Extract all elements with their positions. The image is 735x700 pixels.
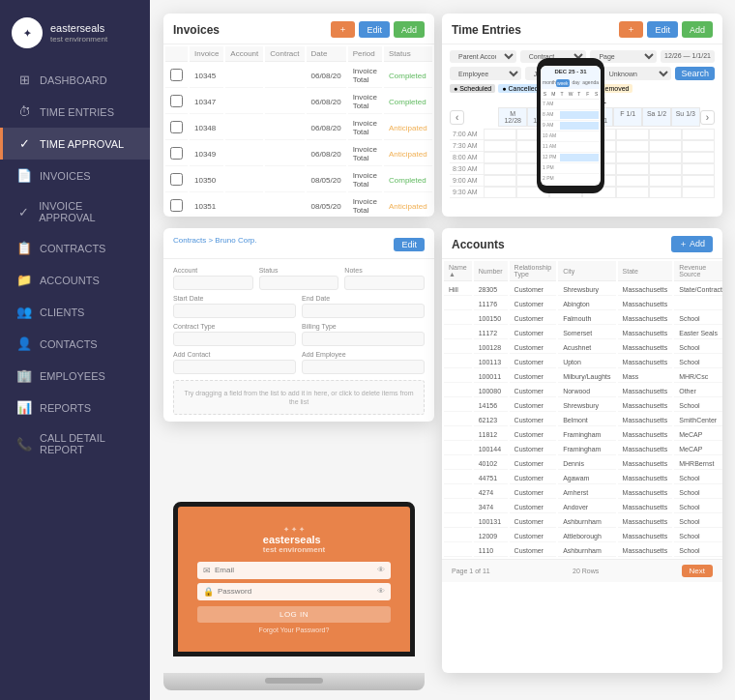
cell-fri-9[interactable] [616,175,649,187]
col-status: Status [384,46,432,62]
email-input[interactable] [215,566,373,574]
cell-m-930[interactable] [484,187,516,198]
sidebar-item-contracts[interactable]: 📋 CONTRACTS [0,232,150,264]
cell-mon-730[interactable] [484,140,516,152]
account-input[interactable] [173,276,253,290]
parent-account-filter[interactable]: Parent Account [450,50,516,63]
acc-name [444,370,472,383]
billing-type-input[interactable] [302,332,425,346]
contracts-icon: 📋 [16,241,32,255]
status-input[interactable] [259,276,339,290]
notes-label: Notes [344,267,425,274]
contracts-edit-button[interactable]: Edit [394,238,425,251]
cell-mon-7[interactable] [484,129,516,140]
phone-device: DEC 25 - 31 month week day agenda S M T … [537,58,604,193]
acc-type: Customer [510,370,557,383]
cell-mon-8[interactable] [484,152,516,163]
next-week-button[interactable]: › [700,110,715,125]
row-checkbox[interactable] [170,121,183,133]
time-search-button[interactable]: Search [675,67,715,80]
table-row: 10345 06/08/20 Invoice Total Completed s… [165,64,434,88]
sidebar-item-employees[interactable]: 🏢 EMPLOYEES [0,360,150,392]
account-row: 100131 Customer Ashburnham Massachusetts… [444,515,722,528]
cell-sat-730[interactable] [649,140,682,152]
row-checkbox[interactable] [170,199,183,212]
acc-revenue: School [674,544,722,557]
cell-sun-830[interactable] [682,163,715,175]
cell-fri-8[interactable] [616,152,649,163]
sidebar-item-dashboard[interactable]: ⊞ DASHBOARD [0,64,150,96]
sidebar-item-time-entries[interactable]: ⏱ TIME ENTRIES [0,96,150,128]
cell-su-930[interactable] [682,187,715,198]
acc-state: Massachusetts [618,472,673,484]
contract-type-input[interactable] [173,332,296,346]
start-date-input[interactable] [173,304,296,318]
cell-sat-830[interactable] [649,163,682,175]
acc-revenue: School [674,341,722,354]
time-edit-button[interactable]: Edit [647,21,678,38]
invoices-add-button[interactable]: ＋ [331,21,355,38]
row-checkbox[interactable] [170,173,183,186]
cell-sat-8[interactable] [649,152,682,163]
tab-agenda[interactable]: agenda [582,79,599,87]
end-date-input[interactable] [302,304,425,318]
cell-sat-7[interactable] [649,129,682,140]
cell-fri-730[interactable] [616,140,649,152]
acc-state: Massachusetts [618,486,673,499]
sidebar-item-contacts[interactable]: 👤 CONTACTS [0,328,150,360]
sidebar-item-invoices[interactable]: 📄 INVOICES [0,160,150,191]
add-contact-input[interactable] [173,360,296,374]
col-number[interactable]: Number [474,261,508,281]
accounts-next-button[interactable]: Next [682,565,713,577]
col-name[interactable]: Name ▲ [444,261,472,281]
time-add-button[interactable]: ＋ [619,21,643,38]
cell-mon-9[interactable] [484,175,516,187]
cell-f-930[interactable] [616,187,649,198]
acc-name: Hill [444,283,472,296]
tab-month[interactable]: month [543,79,556,87]
sidebar-item-reports[interactable]: 📊 REPORTS [0,392,150,423]
employee-filter[interactable]: Employee [450,67,521,80]
notes-input[interactable] [344,276,425,290]
tab-week[interactable]: week [556,79,570,87]
password-input[interactable] [218,587,373,596]
cell-sun-730[interactable] [682,140,715,152]
invoice-contract [265,168,304,192]
row-checkbox[interactable] [170,69,183,81]
sidebar-item-call-detail[interactable]: 📞 CALL DETAIL REPORT [0,423,150,464]
cell-sun-9[interactable] [682,175,715,187]
row-checkbox[interactable] [170,95,183,107]
time-add2-button[interactable]: Add [682,21,713,38]
forgot-password-link[interactable]: Forgot Your Password? [259,627,330,633]
login-button[interactable]: LOG IN [197,606,391,623]
add-employee-input[interactable] [302,360,425,374]
cell-fri-830[interactable] [616,163,649,175]
acc-name [444,327,472,339]
acc-number: 40102 [474,457,508,470]
cell-sun-8[interactable] [682,152,715,163]
cell-sun-7[interactable] [682,129,715,140]
acc-type: Customer [510,385,557,397]
add-contact-field: Add Contact [173,351,296,374]
contract-form-row-4: Add Contact Add Employee [173,351,425,374]
invoices-add2-button[interactable]: Add [394,21,425,38]
login-logo: ✦ ✦ ✦ easterseals test environment [263,526,325,554]
row-checkbox[interactable] [170,147,183,160]
sidebar-item-accounts[interactable]: 📁 ACCOUNTS [0,264,150,296]
tab-day[interactable]: day [570,79,583,87]
accounts-add-button[interactable]: ＋ Add [671,236,713,252]
cell-sa-930[interactable] [649,187,682,198]
sidebar-item-invoice-approval[interactable]: ✓ INVOICE APPROVAL [0,191,150,232]
cell-fri-7[interactable] [616,129,649,140]
cell-mon-830[interactable] [484,163,516,175]
sidebar-item-clients[interactable]: 👥 CLIENTS [0,296,150,328]
invoice-number: 10351 [190,194,223,217]
cell-sat-9[interactable] [649,175,682,187]
invoice-date: 06/08/20 [307,116,346,140]
phone-bar-8 [560,111,599,119]
prev-week-button[interactable]: ‹ [450,110,464,125]
phone-time-10: 10 AM [543,132,558,140]
sidebar-item-time-approval[interactable]: ✓ TIME APPROVAL [0,128,150,160]
unknown-filter[interactable]: Unknown [601,67,672,80]
invoices-edit-button[interactable]: Edit [359,21,390,38]
